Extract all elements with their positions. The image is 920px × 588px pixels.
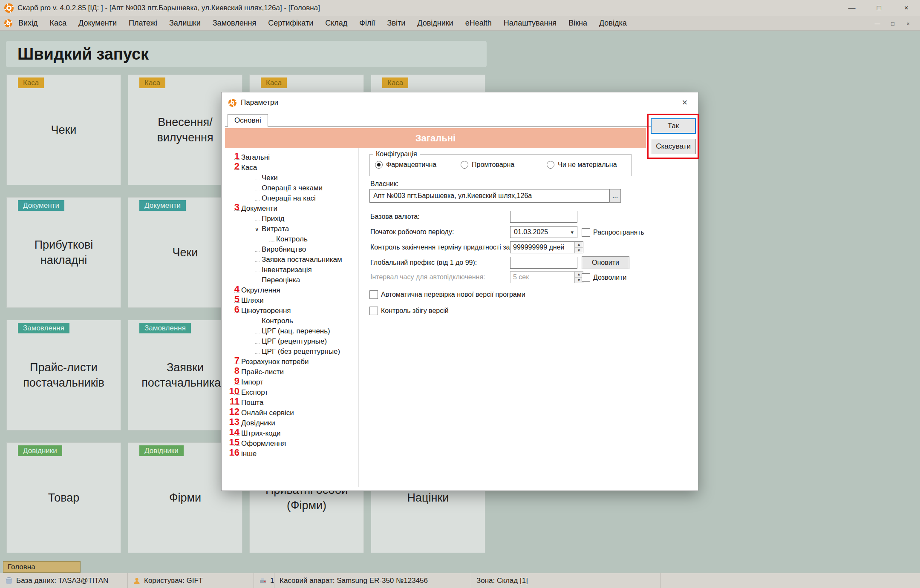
owner-browse-button[interactable]: ... bbox=[609, 189, 621, 203]
menu-item[interactable]: Замовлення bbox=[207, 19, 262, 28]
radio-option[interactable]: Чи не матеріальна bbox=[547, 161, 617, 169]
menu-item[interactable]: Довідка bbox=[593, 19, 633, 28]
tree-item[interactable]: 12Онлайн сервіси bbox=[225, 408, 358, 418]
menu-item[interactable]: Залишки bbox=[163, 19, 207, 28]
tree-item[interactable]: Операції з чеками bbox=[225, 183, 358, 193]
currency-input[interactable] bbox=[510, 211, 577, 223]
tile-category-chip: Каса bbox=[261, 77, 287, 88]
tree-item[interactable]: ЦРГ (рецептурные) bbox=[225, 336, 358, 347]
status-text: База даних: TASA3@TITAN bbox=[16, 577, 108, 585]
menu-item[interactable]: Сертифікати bbox=[262, 19, 319, 28]
tree-item[interactable]: ЦРГ (нац. перечень) bbox=[225, 326, 358, 336]
spin-down-icon[interactable]: ▼ bbox=[575, 247, 583, 253]
radio-icon[interactable] bbox=[547, 161, 554, 169]
tree-item[interactable]: ЦРГ (без рецептурные) bbox=[225, 347, 358, 357]
expanded-arrow-icon[interactable]: ∨ bbox=[255, 224, 261, 235]
tree-item-label: Експорт bbox=[241, 388, 268, 396]
tree-item-label: ЦРГ (рецептурные) bbox=[262, 337, 327, 345]
prefix-label: Глобальний префікс (від 1 до 99): bbox=[370, 258, 477, 267]
parameters-dialog: Параметри × Основні Загальні 1Загальні2К… bbox=[221, 92, 698, 491]
menu-item[interactable]: Звіти bbox=[381, 19, 412, 28]
menu-item[interactable]: Вікна bbox=[562, 19, 593, 28]
version-checkbox[interactable] bbox=[369, 307, 378, 315]
period-select[interactable]: 01.03.2025 ▾ bbox=[510, 226, 577, 238]
mdi-restore-button[interactable]: □ bbox=[885, 18, 900, 29]
annotation-number: 6 bbox=[225, 304, 239, 315]
quick-tile[interactable]: ЗамовленняПрайс-листи постачальників bbox=[6, 320, 121, 430]
tree-item[interactable]: 6Ціноутворення bbox=[225, 306, 358, 316]
menu-item[interactable]: Довідники bbox=[411, 19, 459, 28]
dialog-close-icon[interactable]: × bbox=[678, 97, 691, 108]
annotation-number: 4 bbox=[225, 284, 239, 294]
menu-item[interactable]: Налаштування bbox=[498, 19, 562, 28]
tree-item[interactable]: 16інше bbox=[225, 449, 358, 459]
tree-item[interactable]: Переоцінка bbox=[225, 275, 358, 285]
tree-item[interactable]: 5Шляхи bbox=[225, 295, 358, 306]
autocheck-checkbox[interactable] bbox=[369, 290, 378, 299]
radio-option[interactable]: Промтоварна bbox=[461, 161, 514, 169]
annotation-number: 2 bbox=[225, 161, 239, 172]
annotation-number: 7 bbox=[225, 356, 239, 366]
radio-option[interactable]: Фармацевтична bbox=[375, 161, 436, 169]
mdi-close-button[interactable]: × bbox=[900, 18, 916, 29]
spread-checkbox[interactable] bbox=[582, 228, 590, 237]
tree-item[interactable]: Інвентаризація bbox=[225, 265, 358, 275]
quick-tile[interactable]: КасаЧеки bbox=[6, 75, 121, 185]
tree-item[interactable]: Чеки bbox=[225, 173, 358, 183]
menu-item[interactable]: Каса bbox=[44, 19, 73, 28]
ok-button[interactable]: Так bbox=[651, 118, 696, 134]
tree-item[interactable]: Заявка постачальникам bbox=[225, 255, 358, 265]
tree-item[interactable]: 4Округлення bbox=[225, 285, 358, 295]
interval-label: Інтервал часу для автопідключення: bbox=[370, 273, 485, 281]
cancel-button[interactable]: Скасувати bbox=[651, 139, 696, 154]
tree-item[interactable]: 1Загальні bbox=[225, 152, 358, 163]
menu-item[interactable]: Вихід bbox=[12, 19, 44, 28]
tree-item-label: Каса bbox=[241, 163, 257, 172]
tree-item[interactable]: 3Документи bbox=[225, 204, 358, 214]
tile-category-chip: Документи bbox=[18, 200, 64, 211]
radio-icon[interactable] bbox=[375, 161, 383, 169]
tab-holovna[interactable]: Головна bbox=[3, 561, 81, 573]
tree-item[interactable]: ∨Витрата bbox=[225, 224, 358, 234]
minimize-button[interactable]: — bbox=[838, 0, 865, 16]
tile-label: Чеки bbox=[51, 122, 77, 138]
quick-tile[interactable]: ДовідникиТовар bbox=[6, 442, 121, 553]
tree-item[interactable]: 11Пошта bbox=[225, 398, 358, 408]
tree-item[interactable]: Виробництво bbox=[225, 244, 358, 255]
close-button[interactable]: × bbox=[893, 0, 920, 16]
tree-item[interactable]: 2Каса bbox=[225, 163, 358, 173]
tree-item[interactable]: 7Розрахунок потреби bbox=[225, 357, 358, 367]
menu-item[interactable]: Платежі bbox=[123, 19, 163, 28]
annotation-number: 3 bbox=[225, 202, 239, 212]
quick-tile[interactable]: ДокументиПрибуткові накладні bbox=[6, 197, 121, 308]
dialog-tab-strip: Основні bbox=[225, 114, 695, 127]
prefix-input[interactable] bbox=[510, 257, 577, 269]
tree-item[interactable]: Прихід bbox=[225, 214, 358, 224]
expiry-spin-buttons[interactable]: ▲▼ bbox=[574, 242, 583, 253]
tree-item[interactable]: 9Імпорт bbox=[225, 377, 358, 387]
spin-up-icon[interactable]: ▲ bbox=[575, 242, 583, 247]
menu-item[interactable]: eHealth bbox=[459, 19, 498, 28]
status-text: Користувач: GIFT bbox=[144, 577, 203, 585]
tree-item[interactable]: 14Штрих-коди bbox=[225, 428, 358, 439]
maximize-button[interactable]: □ bbox=[865, 0, 893, 16]
allow-checkbox[interactable] bbox=[582, 273, 590, 282]
tree-item[interactable]: Контроль bbox=[225, 234, 358, 244]
tree-item[interactable]: Операції на касі bbox=[225, 193, 358, 204]
radio-icon[interactable] bbox=[461, 161, 468, 169]
mdi-minimize-button[interactable]: — bbox=[870, 18, 885, 29]
tree-item-label: Довідники bbox=[241, 419, 275, 427]
menu-item[interactable]: Документи bbox=[72, 19, 123, 28]
annotation-number: 14 bbox=[225, 427, 239, 437]
tree-item[interactable]: 10Експорт bbox=[225, 387, 358, 398]
tree-item[interactable]: 8Прайс-листи bbox=[225, 367, 358, 377]
update-button[interactable]: Оновити bbox=[582, 256, 629, 269]
tab-osnovni[interactable]: Основні bbox=[228, 114, 268, 127]
menu-item[interactable]: Філії bbox=[353, 19, 381, 28]
menu-item[interactable]: Склад bbox=[319, 19, 353, 28]
tree-item[interactable]: 15Оформлення bbox=[225, 439, 358, 449]
expiry-spinner[interactable]: 999999999 дней ▲▼ bbox=[510, 241, 583, 253]
tree-item[interactable]: Контроль bbox=[225, 316, 358, 326]
owner-input[interactable] bbox=[369, 189, 609, 203]
tree-item[interactable]: 13Довідники bbox=[225, 418, 358, 428]
